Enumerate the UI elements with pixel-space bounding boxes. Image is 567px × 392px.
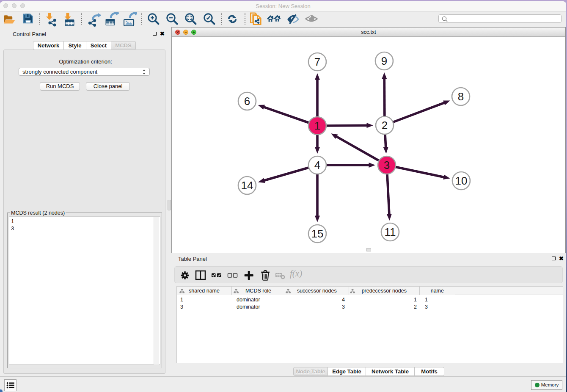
svg-text:10: 10 xyxy=(455,174,468,187)
svg-text:4: 4 xyxy=(314,159,320,171)
svg-text:2: 2 xyxy=(382,119,388,132)
svg-text:9: 9 xyxy=(381,55,387,67)
svg-text:1: 1 xyxy=(314,119,320,132)
svg-text:3: 3 xyxy=(384,159,390,171)
svg-text:8: 8 xyxy=(458,90,464,103)
svg-text:15: 15 xyxy=(311,227,324,240)
svg-text:6: 6 xyxy=(244,95,250,108)
svg-text:11: 11 xyxy=(385,226,396,238)
svg-text:7: 7 xyxy=(314,55,320,68)
svg-text:14: 14 xyxy=(241,179,253,192)
